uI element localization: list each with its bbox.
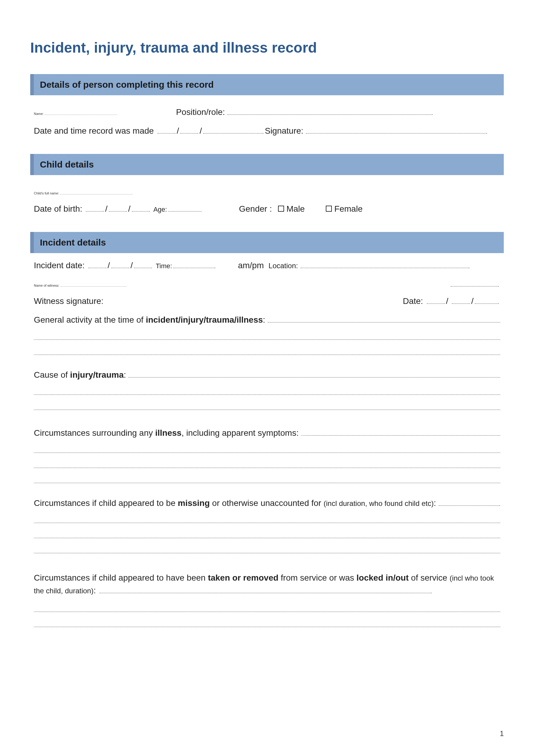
missing-line-2[interactable] bbox=[34, 532, 500, 538]
section-header-incident: Incident details bbox=[30, 232, 504, 253]
missing-text: Circumstances if child appeared to be mi… bbox=[34, 499, 436, 508]
wdate-month-field[interactable] bbox=[452, 297, 470, 304]
signature-label: Signature: bbox=[265, 126, 303, 136]
incident-block: Incident date: / / Time: am/pm Location:… bbox=[30, 261, 504, 645]
witness-name-field[interactable] bbox=[61, 280, 127, 287]
removed-line-1[interactable] bbox=[34, 606, 500, 612]
time-label: Time: bbox=[156, 262, 172, 270]
section-header-person: Details of person completing this record bbox=[30, 74, 504, 95]
signature-field[interactable] bbox=[306, 126, 487, 134]
child-name-field[interactable] bbox=[60, 187, 133, 195]
record-day-field[interactable] bbox=[158, 126, 176, 134]
removed-field[interactable] bbox=[99, 586, 432, 593]
cause-line-2[interactable] bbox=[34, 404, 500, 410]
age-field[interactable] bbox=[168, 204, 202, 212]
missing-line-3[interactable] bbox=[34, 547, 500, 554]
position-label: Position/role: bbox=[176, 107, 225, 117]
position-field[interactable] bbox=[227, 108, 433, 115]
wdate-year-field[interactable] bbox=[475, 297, 499, 304]
location-label: Location: bbox=[269, 261, 298, 270]
female-checkbox[interactable] bbox=[326, 206, 332, 212]
gender-label: Gender : bbox=[239, 204, 272, 214]
record-month-field[interactable] bbox=[180, 126, 198, 134]
missing-line-1[interactable] bbox=[34, 517, 500, 523]
name-field[interactable] bbox=[45, 108, 117, 115]
cause-field[interactable] bbox=[128, 370, 500, 378]
illness-field[interactable] bbox=[301, 428, 500, 436]
name-label: Name: bbox=[34, 112, 43, 116]
dob-month-field[interactable] bbox=[109, 204, 127, 212]
dob-label: Date of birth: bbox=[34, 204, 82, 214]
activity-text: General activity at the time of incident… bbox=[34, 315, 265, 325]
female-label: Female bbox=[334, 204, 362, 214]
illness-line-3[interactable] bbox=[34, 477, 500, 483]
time-field[interactable] bbox=[173, 261, 216, 268]
missing-field[interactable] bbox=[439, 499, 500, 506]
cause-line-1[interactable] bbox=[34, 389, 500, 395]
witness-name-label: Name of witness: bbox=[34, 284, 59, 287]
age-label: Age: bbox=[153, 206, 167, 213]
wdate-day-field[interactable] bbox=[427, 297, 445, 304]
activity-line-1[interactable] bbox=[34, 334, 500, 340]
ampm-label: am/pm bbox=[238, 261, 264, 270]
removed-line-2[interactable] bbox=[34, 621, 500, 627]
activity-field[interactable] bbox=[268, 315, 500, 323]
page-title: Incident, injury, trauma and illness rec… bbox=[30, 39, 504, 56]
witness-sig-label: Witness signature: bbox=[34, 296, 103, 306]
child-name-label: Child's full name: bbox=[34, 191, 59, 195]
illness-line-2[interactable] bbox=[34, 462, 500, 468]
record-year-field[interactable] bbox=[203, 126, 264, 134]
dob-year-field[interactable] bbox=[132, 204, 150, 212]
illness-text: Circumstances surrounding any illness, i… bbox=[34, 428, 298, 438]
dob-day-field[interactable] bbox=[86, 204, 104, 212]
cause-text: Cause of injury/trauma: bbox=[34, 370, 126, 380]
witness-date-label: Date: bbox=[403, 296, 423, 306]
datetime-label: Date and time record was made bbox=[34, 126, 154, 136]
illness-line-1[interactable] bbox=[34, 447, 500, 453]
male-label: Male bbox=[287, 204, 305, 214]
page-number: 1 bbox=[500, 729, 504, 738]
activity-line-2[interactable] bbox=[34, 349, 500, 355]
incident-month-field[interactable] bbox=[111, 261, 129, 268]
incident-year-field[interactable] bbox=[134, 261, 152, 268]
blank-dots bbox=[450, 280, 499, 287]
location-field[interactable] bbox=[300, 261, 470, 268]
male-checkbox[interactable] bbox=[278, 206, 284, 212]
person-block: Name: Position/role: Date and time recor… bbox=[30, 107, 504, 154]
child-block: Child's full name: Date of birth: / / Ag… bbox=[30, 187, 504, 232]
incident-day-field[interactable] bbox=[88, 261, 106, 268]
section-header-child: Child details bbox=[30, 154, 504, 175]
incident-date-label: Incident date: bbox=[34, 261, 85, 270]
